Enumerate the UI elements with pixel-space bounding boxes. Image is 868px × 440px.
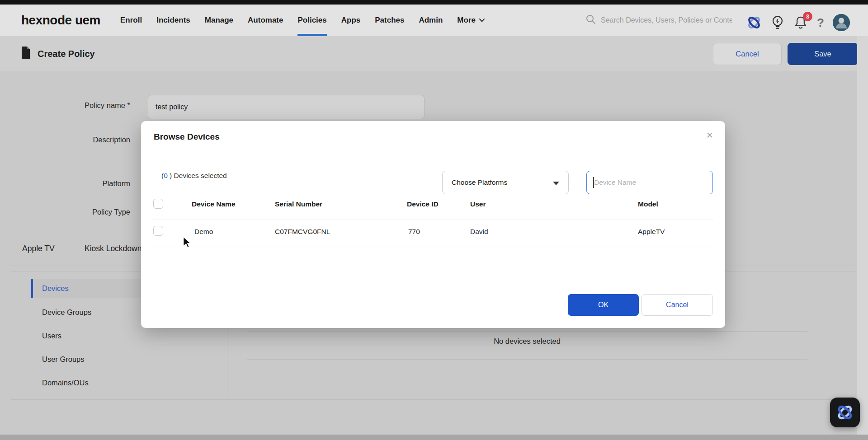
document-icon <box>21 47 31 61</box>
hexnode-atom-icon[interactable] <box>746 14 762 31</box>
search-input[interactable] <box>601 16 732 24</box>
empty-list-top-line <box>247 331 807 332</box>
cell-serial-number: C07FMCVG0FNL <box>275 228 330 236</box>
table-header-divider <box>153 220 713 220</box>
cell-device-id: 770 <box>408 228 420 236</box>
cancel-policy-button[interactable]: Cancel <box>713 43 782 65</box>
bulb-icon[interactable] <box>771 15 784 30</box>
main-nav: Enroll Incidents Manage Automate Policie… <box>120 5 485 36</box>
col-device-name: Device Name <box>192 200 236 208</box>
window-top-edge <box>0 0 868 5</box>
select-all-checkbox[interactable] <box>153 199 163 209</box>
col-serial-number: Serial Number <box>275 200 322 208</box>
nav-item-apps[interactable]: Apps <box>341 5 361 36</box>
mouse-cursor <box>183 236 192 250</box>
col-user: User <box>470 200 486 208</box>
navbar-icons: 8 ? <box>746 9 850 36</box>
choose-platforms-value: Choose Platforms <box>452 178 507 187</box>
text-caret <box>593 177 594 188</box>
platform-label: Platform <box>0 179 130 188</box>
modal-cancel-button[interactable]: Cancel <box>642 294 713 316</box>
bell-icon[interactable]: 8 <box>793 15 808 30</box>
nav-item-enroll[interactable]: Enroll <box>120 5 142 36</box>
search-icon <box>585 14 596 27</box>
nav-item-manage[interactable]: Manage <box>205 5 233 36</box>
save-policy-button[interactable]: Save <box>788 43 858 65</box>
device-name-filter <box>586 171 713 194</box>
page-title: Create Policy <box>38 49 95 59</box>
table-row-divider <box>153 247 713 247</box>
col-device-id: Device ID <box>407 200 439 208</box>
browse-devices-modal: Browse Devices ✕ (0 ) Devices selected C… <box>141 121 725 328</box>
cell-device-name: Demo <box>194 228 213 236</box>
chevron-down-icon <box>479 18 485 23</box>
global-search <box>585 9 732 32</box>
ok-button[interactable]: OK <box>568 294 639 316</box>
close-icon[interactable]: ✕ <box>706 131 713 140</box>
top-navbar: hexnode uem Enroll Incidents Manage Auto… <box>0 5 868 36</box>
notification-badge: 8 <box>803 12 812 21</box>
nav-item-automate[interactable]: Automate <box>248 5 283 36</box>
empty-list-bottom-line <box>247 359 807 360</box>
modal-footer-divider <box>141 283 725 283</box>
page-header-actions: Cancel Save <box>713 43 858 65</box>
nav-item-patches[interactable]: Patches <box>375 5 404 36</box>
hexnode-logo[interactable]: hexnode uem <box>21 13 100 28</box>
hexnode-atom-icon <box>835 403 855 422</box>
policy-type-label: Policy Type <box>0 208 130 216</box>
page-right-strip <box>857 36 868 435</box>
page-title-block: Create Policy <box>21 36 95 71</box>
tab-kiosk-lockdown[interactable]: Kiosk Lockdown <box>85 244 142 253</box>
selected-close-paren: ) <box>168 172 174 179</box>
nav-item-policies[interactable]: Policies <box>297 5 326 36</box>
no-devices-message: No devices selected <box>247 337 807 346</box>
sidebar-item-domains-ous[interactable]: Domains/OUs <box>31 373 226 392</box>
cell-model: AppleTV <box>638 228 665 236</box>
choose-platforms-dropdown[interactable]: Choose Platforms <box>442 171 569 194</box>
nav-item-more-label: More <box>457 16 476 25</box>
devices-selected-count: (0 ) Devices selected <box>161 172 227 180</box>
device-name-input[interactable] <box>586 171 713 194</box>
modal-title: Browse Devices <box>154 132 220 142</box>
dropdown-caret-icon <box>553 182 559 185</box>
modal-header: Browse Devices ✕ <box>141 121 725 153</box>
cell-user: David <box>470 228 488 236</box>
policy-name-input[interactable] <box>148 95 425 119</box>
col-model: Model <box>638 200 658 208</box>
hexnode-assistant-bubble[interactable] <box>830 398 860 427</box>
nav-item-admin[interactable]: Admin <box>419 5 443 36</box>
row-checkbox[interactable] <box>153 226 163 236</box>
window-bottom-edge <box>0 435 868 440</box>
description-label: Description <box>0 136 130 144</box>
avatar[interactable] <box>833 14 850 31</box>
nav-item-more[interactable]: More <box>457 5 485 36</box>
app-window: hexnode uem Enroll Incidents Manage Auto… <box>0 0 868 440</box>
policy-name-label: Policy name * <box>0 101 130 110</box>
selected-text: Devices selected <box>174 172 227 179</box>
sidebar-item-user-groups[interactable]: User Groups <box>31 350 226 369</box>
nav-item-incidents[interactable]: Incidents <box>156 5 190 36</box>
selected-count-value: 0 <box>164 172 168 179</box>
sidebar-item-users[interactable]: Users <box>31 326 226 345</box>
tab-apple-tv[interactable]: Apple TV <box>22 244 55 253</box>
help-icon[interactable]: ? <box>817 16 824 30</box>
page-header: Create Policy Cancel Save <box>0 36 868 71</box>
